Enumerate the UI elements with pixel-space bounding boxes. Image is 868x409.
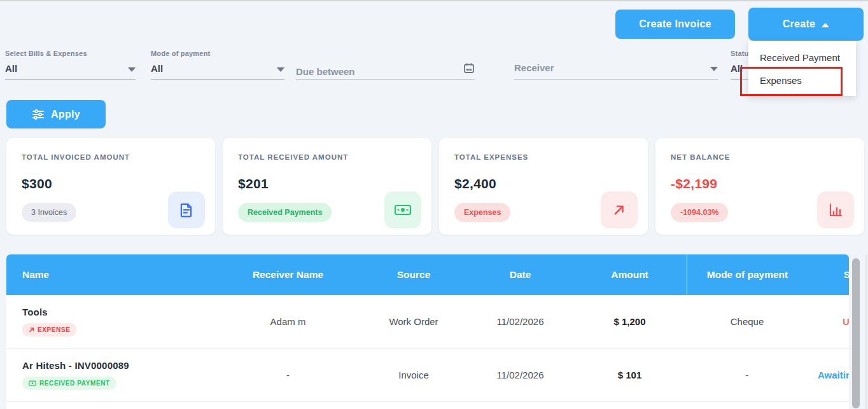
percent-change-badge: -1094.03% xyxy=(671,203,728,222)
card-title: TOTAL RECEIVED AMOUNT xyxy=(238,153,348,161)
apply-filters-button[interactable]: Apply xyxy=(6,100,106,128)
chevron-down-icon xyxy=(710,67,718,71)
row-name[interactable]: Ar Hitesh - INV0000089 xyxy=(22,360,129,371)
chevron-down-icon xyxy=(128,67,136,72)
filter-bills-expenses-label: Select Bills & Expenses xyxy=(5,50,136,57)
bar-chart-icon[interactable] xyxy=(817,191,854,228)
filter-status-value: All xyxy=(731,63,743,74)
received-payments-badge: Received Payments xyxy=(238,203,332,222)
cell-status[interactable]: Unpaid xyxy=(808,316,849,327)
chevron-down-icon xyxy=(277,67,284,72)
table-vertical-scrollbar[interactable] xyxy=(852,258,860,408)
table-header-row: Name Receiver Name Source Date Amount Mo… xyxy=(6,254,849,295)
filter-mode-of-payment-value: All xyxy=(151,63,163,74)
banknote-icon xyxy=(29,380,36,386)
card-net-balance: NET BALANCE -$2,199 -1094.03% xyxy=(655,138,864,235)
expenses-badge: Expenses xyxy=(454,203,510,222)
column-header-source[interactable]: Source xyxy=(360,269,468,281)
tag-label: EXPENSE xyxy=(38,326,70,333)
table-row[interactable]: Ar Hitesh - INV0000089 RECEIVED PAYMENT … xyxy=(6,349,849,402)
filter-due-between-input[interactable]: Due between xyxy=(296,50,475,80)
cell-date: 11/02/2026 xyxy=(468,316,573,327)
cell-receiver-name: Adam m xyxy=(216,316,360,327)
card-title: TOTAL INVOICED AMOUNT xyxy=(22,153,130,161)
column-header-receiver-name[interactable]: Receiver Name xyxy=(216,269,360,281)
invoice-document-icon[interactable] xyxy=(168,191,205,228)
apply-label: Apply xyxy=(51,109,80,120)
create-label: Create xyxy=(783,18,816,30)
column-header-status[interactable]: Status xyxy=(808,269,849,281)
calendar-icon[interactable] xyxy=(463,62,475,76)
page-scrollbar-track xyxy=(865,254,867,409)
cell-source: Work Order xyxy=(360,316,468,327)
card-title: NET BALANCE xyxy=(671,153,730,161)
table-row[interactable]: Tools EXPENSE Adam m Work Order 11/02/20… xyxy=(6,295,849,349)
card-amount: $300 xyxy=(22,176,52,191)
cell-source: Invoice xyxy=(360,370,468,380)
row-name[interactable]: Tools xyxy=(22,307,48,317)
received-payment-tag-badge: RECEIVED PAYMENT xyxy=(22,377,116,390)
cell-mode-of-payment: - xyxy=(687,370,808,380)
sliders-icon xyxy=(32,109,45,120)
menu-item-expenses[interactable]: Expenses xyxy=(748,69,856,92)
card-amount: $2,400 xyxy=(454,176,496,191)
filter-receiver-placeholder: Receiver xyxy=(514,62,554,73)
create-dropdown-menu: Received Payment Expenses xyxy=(748,41,856,96)
filter-mode-of-payment-select[interactable]: Mode of payment All xyxy=(151,50,284,80)
create-invoice-button[interactable]: Create Invoice xyxy=(615,10,735,39)
card-amount: -$2,199 xyxy=(671,176,717,191)
column-header-name[interactable]: Name xyxy=(6,269,216,281)
billing-dashboard: Create Invoice Create Received Payment E… xyxy=(0,0,868,409)
invoice-count-badge: 3 Invoices xyxy=(22,203,76,222)
arrow-up-right-icon[interactable] xyxy=(601,191,638,228)
chevron-up-icon xyxy=(822,23,829,27)
create-button[interactable]: Create xyxy=(748,8,864,41)
card-total-invoiced: TOTAL INVOICED AMOUNT $300 3 Invoices xyxy=(6,138,215,235)
card-title: TOTAL EXPENSES xyxy=(454,153,528,161)
cell-date: 11/02/2026 xyxy=(468,370,573,380)
card-amount: $201 xyxy=(238,176,269,191)
cell-receiver-name: - xyxy=(216,370,360,380)
column-header-mode-of-payment[interactable]: Mode of payment xyxy=(687,254,808,295)
cell-amount: $ 1,200 xyxy=(573,316,687,327)
filter-mode-of-payment-label: Mode of payment xyxy=(151,50,284,57)
cell-amount: $ 101 xyxy=(573,370,687,380)
cell-mode-of-payment: Cheque xyxy=(687,316,808,327)
filter-bills-expenses-select[interactable]: Select Bills & Expenses All xyxy=(5,50,136,80)
filter-due-between-placeholder: Due between xyxy=(296,66,355,77)
transactions-table: Name Receiver Name Source Date Amount Mo… xyxy=(6,254,849,409)
filter-bills-expenses-value: All xyxy=(5,63,17,74)
create-invoice-label: Create Invoice xyxy=(639,18,711,30)
cell-status[interactable]: Awaiting Payment xyxy=(808,370,849,380)
filter-receiver-select[interactable]: Receiver xyxy=(514,50,718,80)
menu-item-received-payment[interactable]: Received Payment xyxy=(748,46,856,69)
arrow-up-right-icon xyxy=(29,327,34,333)
column-header-amount[interactable]: Amount xyxy=(573,269,687,281)
card-total-expenses: TOTAL EXPENSES $2,400 Expenses xyxy=(439,138,648,235)
expense-tag-badge: EXPENSE xyxy=(22,323,76,336)
banknote-icon[interactable] xyxy=(384,191,421,228)
column-header-date[interactable]: Date xyxy=(468,269,573,281)
tag-label: RECEIVED PAYMENT xyxy=(39,380,110,387)
card-total-received: TOTAL RECEIVED AMOUNT $201 Received Paym… xyxy=(223,138,431,235)
